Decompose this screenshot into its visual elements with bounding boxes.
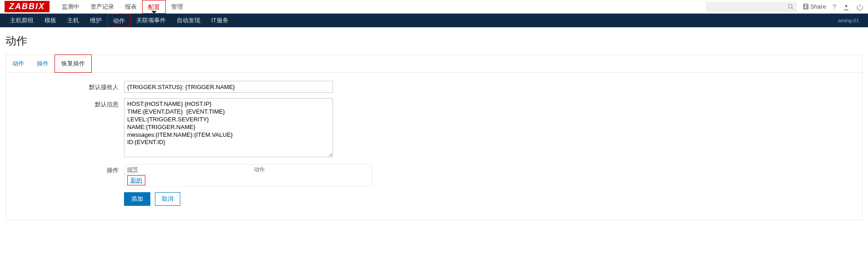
search-icon [788, 3, 794, 10]
subnav: 主机群组 模板 主机 维护 动作 关联项事件 自动发现 IT服务 [5, 14, 234, 27]
subnav-hostgroups[interactable]: 主机群组 [5, 14, 39, 27]
tabs: 动作 操作 恢复操作 [6, 55, 862, 73]
ops-col-action: 动作 [147, 164, 372, 174]
row-buttons: 添加 取消 [15, 192, 853, 206]
user-icon[interactable] [843, 2, 850, 10]
page-title: 动作 [0, 27, 868, 55]
textarea-message[interactable] [124, 98, 333, 157]
ops-new-row: 新的 [124, 174, 372, 186]
power-icon[interactable] [856, 2, 863, 10]
topbar: ZABBIX 监测中 资产记录 报表 配置 管理 Z Share ? [0, 0, 868, 14]
subnav-actions[interactable]: 动作 [107, 14, 131, 27]
host-label: aming-01 [838, 18, 863, 23]
tab-operation[interactable]: 操作 [30, 55, 55, 72]
input-recipient[interactable] [124, 81, 333, 93]
search-input[interactable] [706, 2, 797, 12]
topnav-reports[interactable]: 报表 [119, 0, 142, 14]
cancel-button[interactable]: 取消 [155, 192, 180, 206]
svg-line-1 [792, 8, 793, 9]
topnav-inventory[interactable]: 资产记录 [85, 0, 119, 14]
share-label: Share [810, 3, 826, 10]
subbar: 主机群组 模板 主机 维护 动作 关联项事件 自动发现 IT服务 aming-0… [0, 14, 868, 27]
topnav-admin[interactable]: 管理 [166, 0, 188, 14]
tab-recovery[interactable]: 恢复操作 [55, 55, 92, 73]
form-card: 动作 操作 恢复操作 默认接收人 默认信息 操作 细节 动作 [5, 55, 863, 220]
subnav-maintenance[interactable]: 维护 [84, 14, 107, 27]
svg-point-2 [845, 5, 847, 7]
add-button[interactable]: 添加 [124, 192, 150, 206]
svg-point-0 [789, 5, 792, 8]
row-ops: 操作 细节 动作 新的 [15, 164, 853, 187]
subnav-discovery[interactable]: 自动发现 [171, 14, 206, 27]
subnav-correlation[interactable]: 关联项事件 [131, 14, 171, 27]
subnav-templates[interactable]: 模板 [39, 14, 62, 27]
topnav: 监测中 资产记录 报表 配置 管理 [56, 0, 188, 14]
logo: ZABBIX [5, 1, 50, 12]
row-message: 默认信息 [15, 98, 853, 159]
topbar-right: Z Share ? [706, 2, 863, 12]
ops-col-detail: 细节 [124, 164, 147, 174]
ops-new-link[interactable]: 新的 [127, 175, 145, 185]
ops-header: 细节 动作 [124, 164, 372, 174]
topnav-monitor[interactable]: 监测中 [56, 0, 85, 14]
row-recipient: 默认接收人 [15, 81, 853, 93]
label-ops: 操作 [15, 164, 124, 174]
ops-table: 细节 动作 新的 [124, 164, 372, 187]
label-message: 默认信息 [15, 98, 124, 109]
tab-action[interactable]: 动作 [6, 55, 30, 72]
topnav-config[interactable]: 配置 [142, 0, 166, 14]
form-body: 默认接收人 默认信息 操作 细节 动作 新的 [6, 73, 862, 219]
subnav-hosts[interactable]: 主机 [62, 14, 84, 27]
label-recipient: 默认接收人 [15, 81, 124, 91]
subnav-itservices[interactable]: IT服务 [206, 14, 234, 27]
help-icon[interactable]: ? [833, 3, 836, 10]
share-z-icon: Z [803, 4, 808, 10]
share-button[interactable]: Z Share [803, 3, 826, 10]
